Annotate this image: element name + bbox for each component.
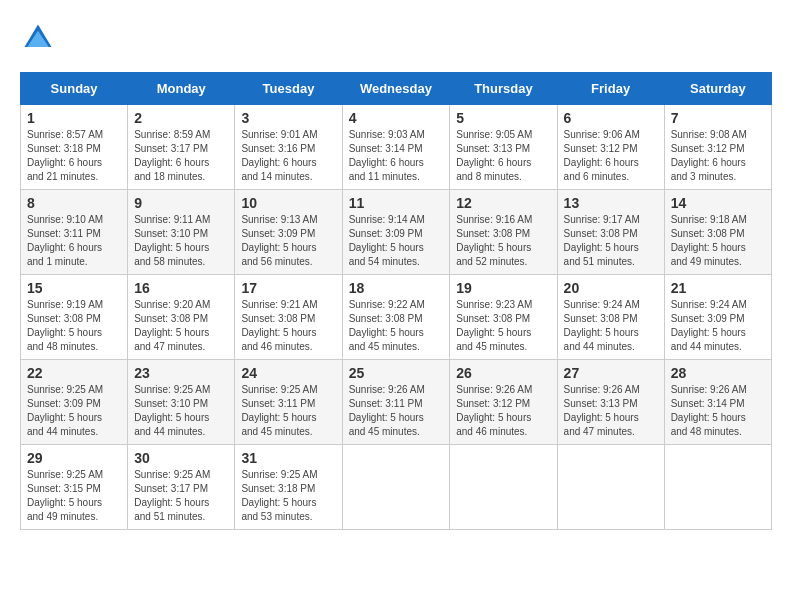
day-info: Sunrise: 9:01 AM Sunset: 3:16 PM Dayligh… bbox=[241, 128, 335, 184]
day-info: Sunrise: 9:24 AM Sunset: 3:09 PM Dayligh… bbox=[671, 298, 765, 354]
day-number: 19 bbox=[456, 280, 550, 296]
day-info: Sunrise: 9:26 AM Sunset: 3:11 PM Dayligh… bbox=[349, 383, 444, 439]
day-info: Sunrise: 9:14 AM Sunset: 3:09 PM Dayligh… bbox=[349, 213, 444, 269]
calendar-day-cell: 10Sunrise: 9:13 AM Sunset: 3:09 PM Dayli… bbox=[235, 190, 342, 275]
calendar-day-cell: 29Sunrise: 9:25 AM Sunset: 3:15 PM Dayli… bbox=[21, 445, 128, 530]
calendar-day-cell: 11Sunrise: 9:14 AM Sunset: 3:09 PM Dayli… bbox=[342, 190, 450, 275]
calendar-day-cell: 30Sunrise: 9:25 AM Sunset: 3:17 PM Dayli… bbox=[128, 445, 235, 530]
day-number: 12 bbox=[456, 195, 550, 211]
empty-cell bbox=[342, 445, 450, 530]
day-number: 29 bbox=[27, 450, 121, 466]
calendar-day-cell: 22Sunrise: 9:25 AM Sunset: 3:09 PM Dayli… bbox=[21, 360, 128, 445]
day-number: 3 bbox=[241, 110, 335, 126]
day-number: 10 bbox=[241, 195, 335, 211]
day-number: 23 bbox=[134, 365, 228, 381]
calendar-day-cell: 13Sunrise: 9:17 AM Sunset: 3:08 PM Dayli… bbox=[557, 190, 664, 275]
calendar-day-cell: 18Sunrise: 9:22 AM Sunset: 3:08 PM Dayli… bbox=[342, 275, 450, 360]
calendar-week-row: 1Sunrise: 8:57 AM Sunset: 3:18 PM Daylig… bbox=[21, 105, 772, 190]
calendar-day-cell: 7Sunrise: 9:08 AM Sunset: 3:12 PM Daylig… bbox=[664, 105, 771, 190]
calendar-day-cell: 20Sunrise: 9:24 AM Sunset: 3:08 PM Dayli… bbox=[557, 275, 664, 360]
day-info: Sunrise: 9:03 AM Sunset: 3:14 PM Dayligh… bbox=[349, 128, 444, 184]
day-number: 25 bbox=[349, 365, 444, 381]
day-number: 27 bbox=[564, 365, 658, 381]
day-number: 21 bbox=[671, 280, 765, 296]
day-info: Sunrise: 9:08 AM Sunset: 3:12 PM Dayligh… bbox=[671, 128, 765, 184]
day-number: 2 bbox=[134, 110, 228, 126]
logo bbox=[20, 20, 62, 56]
day-info: Sunrise: 9:16 AM Sunset: 3:08 PM Dayligh… bbox=[456, 213, 550, 269]
calendar-day-cell: 23Sunrise: 9:25 AM Sunset: 3:10 PM Dayli… bbox=[128, 360, 235, 445]
day-number: 16 bbox=[134, 280, 228, 296]
calendar-table: SundayMondayTuesdayWednesdayThursdayFrid… bbox=[20, 72, 772, 530]
day-info: Sunrise: 9:11 AM Sunset: 3:10 PM Dayligh… bbox=[134, 213, 228, 269]
empty-cell bbox=[450, 445, 557, 530]
day-info: Sunrise: 9:25 AM Sunset: 3:11 PM Dayligh… bbox=[241, 383, 335, 439]
day-info: Sunrise: 9:25 AM Sunset: 3:10 PM Dayligh… bbox=[134, 383, 228, 439]
day-info: Sunrise: 9:26 AM Sunset: 3:13 PM Dayligh… bbox=[564, 383, 658, 439]
calendar-day-cell: 26Sunrise: 9:26 AM Sunset: 3:12 PM Dayli… bbox=[450, 360, 557, 445]
calendar-day-cell: 15Sunrise: 9:19 AM Sunset: 3:08 PM Dayli… bbox=[21, 275, 128, 360]
day-number: 9 bbox=[134, 195, 228, 211]
day-number: 17 bbox=[241, 280, 335, 296]
day-info: Sunrise: 9:25 AM Sunset: 3:17 PM Dayligh… bbox=[134, 468, 228, 524]
calendar-day-cell: 8Sunrise: 9:10 AM Sunset: 3:11 PM Daylig… bbox=[21, 190, 128, 275]
day-number: 24 bbox=[241, 365, 335, 381]
day-of-week-header: Thursday bbox=[450, 73, 557, 105]
day-number: 26 bbox=[456, 365, 550, 381]
day-of-week-header: Wednesday bbox=[342, 73, 450, 105]
day-info: Sunrise: 8:59 AM Sunset: 3:17 PM Dayligh… bbox=[134, 128, 228, 184]
calendar-body: 1Sunrise: 8:57 AM Sunset: 3:18 PM Daylig… bbox=[21, 105, 772, 530]
day-info: Sunrise: 9:10 AM Sunset: 3:11 PM Dayligh… bbox=[27, 213, 121, 269]
calendar-week-row: 8Sunrise: 9:10 AM Sunset: 3:11 PM Daylig… bbox=[21, 190, 772, 275]
day-number: 30 bbox=[134, 450, 228, 466]
day-info: Sunrise: 9:25 AM Sunset: 3:15 PM Dayligh… bbox=[27, 468, 121, 524]
calendar-day-cell: 25Sunrise: 9:26 AM Sunset: 3:11 PM Dayli… bbox=[342, 360, 450, 445]
day-info: Sunrise: 9:05 AM Sunset: 3:13 PM Dayligh… bbox=[456, 128, 550, 184]
calendar-day-cell: 12Sunrise: 9:16 AM Sunset: 3:08 PM Dayli… bbox=[450, 190, 557, 275]
calendar-day-cell: 31Sunrise: 9:25 AM Sunset: 3:18 PM Dayli… bbox=[235, 445, 342, 530]
calendar-day-cell: 28Sunrise: 9:26 AM Sunset: 3:14 PM Dayli… bbox=[664, 360, 771, 445]
day-info: Sunrise: 9:17 AM Sunset: 3:08 PM Dayligh… bbox=[564, 213, 658, 269]
day-info: Sunrise: 9:20 AM Sunset: 3:08 PM Dayligh… bbox=[134, 298, 228, 354]
day-info: Sunrise: 9:19 AM Sunset: 3:08 PM Dayligh… bbox=[27, 298, 121, 354]
empty-cell bbox=[664, 445, 771, 530]
day-info: Sunrise: 9:26 AM Sunset: 3:14 PM Dayligh… bbox=[671, 383, 765, 439]
day-number: 31 bbox=[241, 450, 335, 466]
calendar-day-cell: 21Sunrise: 9:24 AM Sunset: 3:09 PM Dayli… bbox=[664, 275, 771, 360]
day-number: 20 bbox=[564, 280, 658, 296]
calendar-day-cell: 17Sunrise: 9:21 AM Sunset: 3:08 PM Dayli… bbox=[235, 275, 342, 360]
day-info: Sunrise: 9:22 AM Sunset: 3:08 PM Dayligh… bbox=[349, 298, 444, 354]
calendar-day-cell: 16Sunrise: 9:20 AM Sunset: 3:08 PM Dayli… bbox=[128, 275, 235, 360]
calendar-day-cell: 6Sunrise: 9:06 AM Sunset: 3:12 PM Daylig… bbox=[557, 105, 664, 190]
calendar-week-row: 15Sunrise: 9:19 AM Sunset: 3:08 PM Dayli… bbox=[21, 275, 772, 360]
calendar-day-cell: 2Sunrise: 8:59 AM Sunset: 3:17 PM Daylig… bbox=[128, 105, 235, 190]
day-info: Sunrise: 9:06 AM Sunset: 3:12 PM Dayligh… bbox=[564, 128, 658, 184]
day-number: 7 bbox=[671, 110, 765, 126]
day-number: 11 bbox=[349, 195, 444, 211]
day-number: 6 bbox=[564, 110, 658, 126]
calendar-header: SundayMondayTuesdayWednesdayThursdayFrid… bbox=[21, 73, 772, 105]
day-info: Sunrise: 9:25 AM Sunset: 3:09 PM Dayligh… bbox=[27, 383, 121, 439]
calendar-day-cell: 5Sunrise: 9:05 AM Sunset: 3:13 PM Daylig… bbox=[450, 105, 557, 190]
calendar-day-cell: 14Sunrise: 9:18 AM Sunset: 3:08 PM Dayli… bbox=[664, 190, 771, 275]
day-number: 14 bbox=[671, 195, 765, 211]
day-number: 22 bbox=[27, 365, 121, 381]
day-info: Sunrise: 9:26 AM Sunset: 3:12 PM Dayligh… bbox=[456, 383, 550, 439]
day-number: 4 bbox=[349, 110, 444, 126]
calendar-day-cell: 1Sunrise: 8:57 AM Sunset: 3:18 PM Daylig… bbox=[21, 105, 128, 190]
empty-cell bbox=[557, 445, 664, 530]
page-header bbox=[20, 20, 772, 56]
day-info: Sunrise: 9:18 AM Sunset: 3:08 PM Dayligh… bbox=[671, 213, 765, 269]
day-number: 13 bbox=[564, 195, 658, 211]
day-info: Sunrise: 9:21 AM Sunset: 3:08 PM Dayligh… bbox=[241, 298, 335, 354]
day-info: Sunrise: 9:13 AM Sunset: 3:09 PM Dayligh… bbox=[241, 213, 335, 269]
day-of-week-header: Tuesday bbox=[235, 73, 342, 105]
day-info: Sunrise: 9:25 AM Sunset: 3:18 PM Dayligh… bbox=[241, 468, 335, 524]
day-number: 5 bbox=[456, 110, 550, 126]
calendar-week-row: 22Sunrise: 9:25 AM Sunset: 3:09 PM Dayli… bbox=[21, 360, 772, 445]
day-of-week-header: Sunday bbox=[21, 73, 128, 105]
days-of-week-row: SundayMondayTuesdayWednesdayThursdayFrid… bbox=[21, 73, 772, 105]
calendar-day-cell: 27Sunrise: 9:26 AM Sunset: 3:13 PM Dayli… bbox=[557, 360, 664, 445]
day-of-week-header: Monday bbox=[128, 73, 235, 105]
day-info: Sunrise: 8:57 AM Sunset: 3:18 PM Dayligh… bbox=[27, 128, 121, 184]
